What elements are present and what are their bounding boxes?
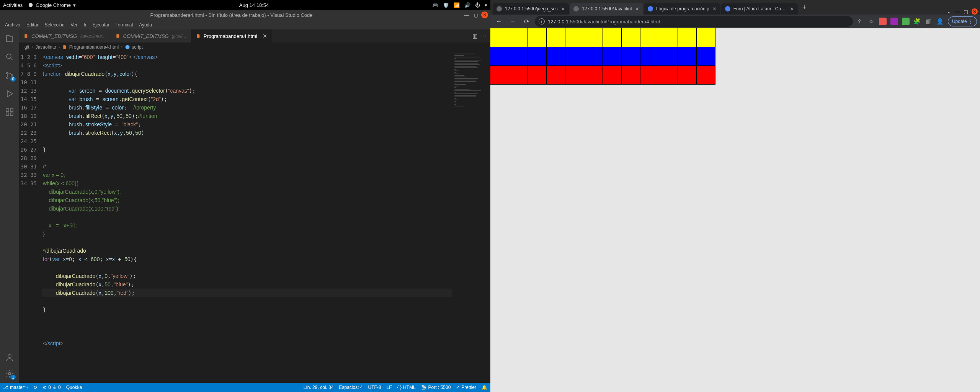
extensions-puzzle-icon[interactable]: 🧩	[913, 18, 921, 25]
status-eol[interactable]: LF	[387, 385, 392, 390]
editor-tabs: COMMIT_EDITMSGJavaolinto/... COMMIT_EDIT…	[19, 29, 490, 43]
code-editor[interactable]: <canvas width="600" height="400"> </canv…	[42, 51, 452, 383]
vscode-window-title: Programabandera4.html - Sin título (área…	[0, 12, 463, 18]
menu-view[interactable]: Ver	[68, 22, 80, 28]
status-cursor[interactable]: Lín. 29, col. 34	[304, 385, 334, 390]
chrome-close-button[interactable]: ✕	[972, 8, 978, 15]
crumb-git: git	[24, 44, 29, 50]
status-encoding[interactable]: UTF-8	[368, 385, 381, 390]
menu-file[interactable]: Archivo	[2, 22, 23, 28]
menu-help[interactable]: Ayuda	[136, 22, 155, 28]
svg-point-0	[29, 3, 33, 7]
split-editor-icon[interactable]: ▥	[472, 33, 477, 39]
settings-gear-icon[interactable]: 1	[4, 368, 15, 379]
tab-close-icon[interactable]: ✕	[561, 6, 565, 12]
status-prettier[interactable]: ✓ Prettier	[456, 385, 476, 390]
tab-close-icon[interactable]: ✕	[635, 6, 639, 12]
nav-forward-button[interactable]: →	[507, 16, 518, 27]
activity-bar: 0 1	[0, 29, 19, 383]
account-icon[interactable]	[4, 352, 15, 363]
address-bar[interactable]: i 127.0.0.1:5500/Javaolinto/Programaband…	[535, 16, 853, 27]
chrome-minimize-button[interactable]: —	[955, 9, 960, 14]
status-bell-icon[interactable]: 🔔	[482, 385, 487, 390]
profile-icon[interactable]: 👤	[936, 18, 944, 25]
more-actions-icon[interactable]: ⋯	[481, 33, 487, 39]
menu-run[interactable]: Ejecutar	[90, 22, 112, 28]
tab-commit2[interactable]: COMMIT_EDITMSGgitoli/...	[111, 29, 191, 42]
power-icon[interactable]: ⏻	[475, 2, 480, 8]
chrome-tab-search-icon[interactable]: ⌄	[946, 9, 952, 14]
network-icon[interactable]: 📶	[454, 2, 460, 8]
vscode-menubar[interactable]: Archivo Editar Selección Ver Ir Ejecutar…	[0, 20, 490, 29]
vscode-titlebar: Programabandera4.html - Sin título (área…	[0, 10, 490, 20]
chevron-down-icon[interactable]: ▾	[485, 2, 487, 8]
vscode-minimize-button[interactable]: —	[463, 11, 470, 19]
menu-go[interactable]: Ir	[81, 22, 89, 28]
svg-point-9	[8, 354, 11, 358]
menu-edit[interactable]: Editar	[24, 22, 41, 28]
share-icon[interactable]: ⇪	[856, 18, 864, 25]
nav-back-button[interactable]: ←	[493, 16, 504, 27]
shield-icon[interactable]: 🛡️	[443, 2, 449, 8]
crumb-symbol: script	[125, 44, 143, 50]
status-quokka[interactable]: Quokka	[66, 385, 82, 390]
svg-point-4	[11, 75, 13, 76]
scm-badge: 0	[10, 77, 16, 82]
line-gutter: 1 2 3 4 5 6 7 8 9 10 11 12 13 14 15 16 1…	[19, 51, 42, 383]
extension-2-icon[interactable]	[890, 18, 898, 25]
extensions-icon[interactable]	[4, 107, 15, 118]
run-debug-icon[interactable]	[4, 88, 15, 99]
status-port[interactable]: 📡 Port : 5500	[421, 385, 451, 390]
volume-icon[interactable]: 🔊	[464, 2, 470, 8]
gnome-current-app[interactable]: Google Chrome ▾	[28, 2, 76, 8]
chrome-tab-2[interactable]: 127.0.0.1:5500/Javaolint ✕	[570, 3, 643, 15]
page-viewport	[490, 28, 980, 392]
search-icon[interactable]	[4, 52, 15, 62]
tab-programabandera[interactable]: Programabandera4.html ✕	[191, 29, 272, 42]
status-spaces[interactable]: Espacios: 4	[339, 385, 363, 390]
status-lang[interactable]: { } HTML	[397, 385, 416, 390]
favicon-globe-icon	[573, 6, 579, 11]
gnome-topbar: Activities Google Chrome ▾ Aug 14 18:54 …	[0, 0, 490, 10]
status-errors[interactable]: ⊘ 0 ⚠ 0	[43, 385, 60, 390]
nav-reload-button[interactable]: ⟳	[521, 16, 532, 27]
minimap[interactable]	[452, 51, 490, 383]
chrome-toolbar: ← → ⟳ i 127.0.0.1:5500/Javaolinto/Progra…	[490, 15, 980, 28]
svg-rect-8	[10, 113, 13, 116]
svg-rect-6	[10, 109, 13, 111]
vscode-close-button[interactable]: ✕	[481, 11, 488, 18]
tab-close-icon[interactable]: ✕	[712, 6, 717, 12]
tab-close-icon[interactable]: ✕	[263, 33, 267, 39]
source-control-icon[interactable]: 0	[4, 70, 15, 81]
tab-close-icon[interactable]: ✕	[790, 6, 794, 12]
chrome-tabstrip: 127.0.0.1:5500/juego_sec ✕ 127.0.0.1:550…	[490, 0, 980, 15]
status-branch[interactable]: ⎇ master*+	[3, 385, 28, 390]
new-tab-button[interactable]: +	[799, 3, 810, 11]
chrome-maximize-button[interactable]: ▢	[963, 9, 969, 14]
favicon-globe-icon	[497, 6, 502, 11]
chrome-tab-1[interactable]: 127.0.0.1:5500/juego_sec ✕	[493, 3, 569, 15]
chrome-tab-3[interactable]: Lógica de programación p ✕	[644, 3, 720, 15]
settings-badge: 1	[10, 375, 16, 380]
svg-point-1	[7, 54, 11, 59]
chrome-tab-4[interactable]: Foro | Alura Latam - Curso ✕	[721, 3, 798, 15]
bookmark-star-icon[interactable]: ☆	[867, 18, 875, 25]
gnome-activities[interactable]: Activities	[3, 2, 23, 8]
extension-3-icon[interactable]	[902, 18, 910, 25]
menu-selection[interactable]: Selección	[42, 22, 67, 28]
tab-commit1[interactable]: COMMIT_EDITMSGJavaolinto/...	[19, 29, 111, 42]
discord-icon[interactable]: 🎮	[432, 2, 438, 8]
status-sync[interactable]: ⟳	[34, 385, 38, 390]
vscode-maximize-button[interactable]: ▢	[472, 11, 480, 19]
gnome-status-icons[interactable]: 🎮 🛡️ 📶 🔊 ⏻ ▾	[432, 2, 487, 8]
update-button[interactable]: Update ⋮	[948, 16, 977, 26]
side-panel-icon[interactable]: ▥	[925, 18, 933, 25]
extension-1-icon[interactable]	[879, 18, 887, 25]
breadcrumbs[interactable]: git› Javaolinto› Programabandera4.html› …	[19, 43, 490, 51]
gnome-clock: Aug 14 18:54	[76, 2, 432, 8]
favicon-alura-icon	[648, 6, 653, 11]
site-info-icon[interactable]: i	[539, 18, 545, 24]
svg-rect-5	[6, 109, 9, 111]
explorer-icon[interactable]	[4, 33, 15, 44]
menu-terminal[interactable]: Terminal	[113, 22, 136, 28]
